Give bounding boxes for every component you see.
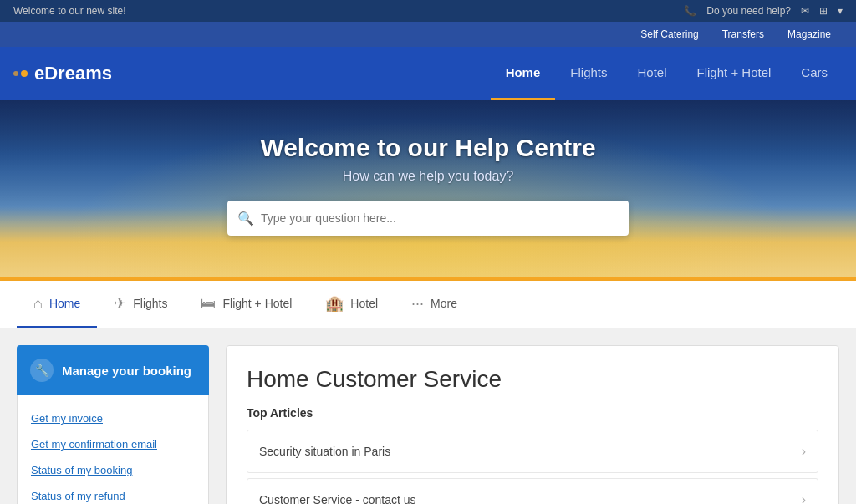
flights-icon: ✈ (114, 294, 126, 313)
sub-nav-hotel[interactable]: 🏨 Hotel (308, 281, 395, 328)
sub-nav-flight-hotel-label: Flight + Hotel (222, 297, 292, 310)
hero: Welcome to our Help Centre How can we he… (0, 100, 856, 277)
main-content: 🔧 Manage your booking Get my invoice Get… (0, 328, 856, 504)
sidebar-link-booking-status[interactable]: Status of my booking (18, 457, 208, 483)
expand-icon[interactable]: ▾ (838, 5, 843, 17)
search-input[interactable] (261, 211, 619, 225)
secondary-nav-magazine[interactable]: Magazine (776, 22, 843, 47)
logo-dot-1 (13, 71, 18, 76)
sidebar: 🔧 Manage your booking Get my invoice Get… (17, 345, 209, 504)
articles-section: Home Customer Service Top Articles Secur… (226, 345, 839, 504)
sub-nav-more-label: More (431, 297, 457, 310)
sidebar-links: Get my invoice Get my confirmation email… (17, 395, 209, 504)
welcome-text: Welcome to our new site! (13, 5, 126, 17)
article-item-0[interactable]: Security situation in Paris › (247, 430, 818, 473)
chevron-icon-0: › (802, 444, 806, 459)
secondary-nav: Self Catering Transfers Magazine (0, 22, 856, 47)
section-title: Home Customer Service (247, 366, 818, 393)
sub-nav-home-label: Home (49, 297, 80, 310)
sub-nav-hotel-label: Hotel (350, 297, 378, 310)
sidebar-link-refund-status[interactable]: Status of my refund (18, 483, 208, 504)
sub-nav-more[interactable]: ··· More (395, 282, 474, 328)
logo[interactable]: eDreams (13, 63, 112, 84)
nav-home[interactable]: Home (491, 47, 556, 100)
sub-nav-flights-label: Flights (133, 297, 167, 310)
main-nav: eDreams Home Flights Hotel Flight + Hote… (0, 47, 856, 100)
hero-subtitle: How can we help you today? (227, 169, 629, 184)
help-text: Do you need help? (706, 5, 791, 17)
secondary-nav-self-catering[interactable]: Self Catering (629, 22, 710, 47)
email-icon[interactable]: ✉ (801, 5, 809, 17)
sub-nav-flight-hotel[interactable]: 🛏 Flight + Hotel (184, 282, 308, 328)
nav-hotel[interactable]: Hotel (623, 47, 682, 100)
article-item-1[interactable]: Customer Service - contact us › (247, 478, 818, 504)
sidebar-header-text: Manage your booking (62, 364, 191, 378)
top-bar-right: 📞 Do you need help? ✉ ⊞ ▾ (684, 5, 843, 17)
sidebar-link-invoice[interactable]: Get my invoice (18, 405, 208, 431)
chevron-icon-1: › (802, 492, 806, 504)
article-title-1: Customer Service - contact us (259, 493, 416, 504)
sidebar-header: 🔧 Manage your booking (17, 345, 209, 395)
top-articles-label: Top Articles (247, 406, 818, 420)
top-bar: Welcome to our new site! 📞 Do you need h… (0, 0, 856, 22)
hero-title: Welcome to our Help Centre (227, 134, 629, 162)
nav-cars[interactable]: Cars (786, 47, 843, 100)
logo-text: eDreams (34, 63, 112, 84)
translate-icon[interactable]: ⊞ (819, 5, 828, 17)
logo-dots (13, 70, 28, 77)
search-icon: 🔍 (237, 211, 254, 227)
sub-nav: ⌂ Home ✈ Flights 🛏 Flight + Hotel 🏨 Hote… (0, 281, 856, 328)
main-nav-links: Home Flights Hotel Flight + Hotel Cars (491, 47, 843, 100)
sidebar-link-confirmation[interactable]: Get my confirmation email (18, 431, 208, 457)
phone-icon: 📞 (684, 5, 696, 17)
nav-flights[interactable]: Flights (555, 47, 622, 100)
logo-dot-2 (21, 70, 28, 77)
nav-flight-hotel[interactable]: Flight + Hotel (682, 47, 787, 100)
wrench-icon: 🔧 (30, 359, 54, 382)
sub-nav-flights[interactable]: ✈ Flights (97, 281, 184, 328)
article-title-0: Security situation in Paris (259, 445, 390, 458)
flight-hotel-icon: 🛏 (201, 295, 216, 313)
home-icon: ⌂ (33, 295, 43, 313)
sub-nav-home[interactable]: ⌂ Home (17, 282, 97, 328)
more-icon: ··· (411, 295, 424, 313)
search-bar: 🔍 (227, 201, 629, 236)
hero-content: Welcome to our Help Centre How can we he… (227, 134, 629, 236)
secondary-nav-transfers[interactable]: Transfers (711, 22, 776, 47)
hotel-icon: 🏨 (325, 294, 344, 313)
